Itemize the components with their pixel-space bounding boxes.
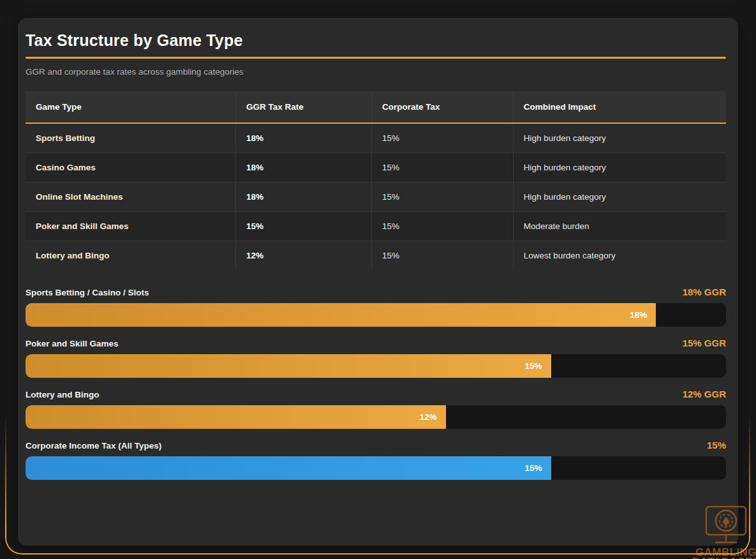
table-row: Lottery and Bingo 12% 15% Lowest burden …: [26, 241, 726, 271]
bar-label-row: Sports Betting / Casino / Slots 18% GGR: [26, 287, 726, 297]
tax-bars-section: Sports Betting / Casino / Slots 18% GGR …: [26, 287, 726, 480]
bar-track: 18%: [26, 303, 726, 327]
table-row: Online Slot Machines 18% 15% High burden…: [26, 183, 726, 212]
title-underline: [26, 57, 726, 59]
gambling-monitor-chip-icon: [701, 505, 751, 548]
tax-structure-card: Tax Structure by Game Type GGR and corpo…: [18, 18, 738, 546]
bar-value-label: 15%: [524, 463, 542, 473]
column-header-corporate-tax: Corporate Tax: [371, 91, 513, 123]
bar-fill: 15%: [26, 354, 551, 378]
bar-label-row: Lottery and Bingo 12% GGR: [26, 389, 726, 399]
cell-corporate-tax: 15%: [371, 183, 513, 212]
column-header-combined-impact: Combined Impact: [513, 91, 726, 123]
bar-track: 15%: [26, 456, 726, 480]
cell-game-type: Lottery and Bingo: [26, 241, 235, 271]
cell-corporate-tax: 15%: [371, 241, 513, 271]
bar-rate-label: 15% GGR: [683, 338, 726, 348]
bar-value-label: 18%: [630, 310, 647, 320]
cell-combined-impact: Moderate burden: [513, 212, 726, 241]
column-header-game-type: Game Type: [26, 91, 235, 123]
bar-category-label: Corporate Income Tax (All Types): [26, 441, 161, 451]
bar-fill: 15%: [26, 456, 551, 480]
cell-ggr-tax-rate: 18%: [235, 123, 371, 153]
bar-rate-label: 12% GGR: [683, 389, 726, 399]
cell-game-type: Poker and Skill Games: [26, 212, 235, 241]
watermark-logo: GAMBLING DATABASES: [687, 505, 756, 559]
column-header-ggr-tax-rate: GGR Tax Rate: [235, 91, 371, 123]
bar-track: 15%: [26, 354, 726, 378]
cell-ggr-tax-rate: 18%: [235, 153, 371, 183]
tax-bar-group: Sports Betting / Casino / Slots 18% GGR …: [26, 287, 726, 327]
cell-ggr-tax-rate: 18%: [235, 183, 371, 212]
cell-corporate-tax: 15%: [371, 153, 513, 183]
tax-rates-table: Game Type GGR Tax Rate Corporate Tax Com…: [26, 91, 726, 270]
bar-track: 12%: [26, 405, 726, 429]
bar-fill: 18%: [26, 303, 656, 327]
table-row: Poker and Skill Games 15% 15% Moderate b…: [26, 212, 726, 241]
cell-game-type: Online Slot Machines: [26, 183, 235, 212]
bar-rate-label: 15%: [707, 440, 726, 451]
bar-category-label: Lottery and Bingo: [26, 390, 100, 399]
cell-combined-impact: Lowest burden category: [513, 241, 726, 271]
tax-bar-group: Lottery and Bingo 12% GGR 12%: [26, 389, 726, 429]
page-subtitle: GGR and corporate tax rates across gambl…: [26, 67, 726, 77]
bar-label-row: Poker and Skill Games 15% GGR: [26, 338, 726, 348]
bar-value-label: 15%: [524, 361, 542, 371]
bar-rate-label: 18% GGR: [683, 287, 726, 297]
cell-corporate-tax: 15%: [371, 123, 513, 153]
table-row: Casino Games 18% 15% High burden categor…: [26, 153, 726, 183]
cell-corporate-tax: 15%: [371, 212, 513, 241]
cell-game-type: Casino Games: [26, 153, 235, 183]
page-title: Tax Structure by Game Type: [26, 31, 726, 50]
bar-value-label: 12%: [420, 412, 437, 422]
cell-game-type: Sports Betting: [26, 123, 235, 153]
cell-combined-impact: High burden category: [513, 183, 726, 212]
cell-ggr-tax-rate: 15%: [235, 212, 371, 241]
tax-bar-group: Poker and Skill Games 15% GGR 15%: [26, 338, 726, 378]
bar-fill: 12%: [26, 405, 446, 429]
cell-combined-impact: High burden category: [513, 153, 726, 183]
table-row: Sports Betting 18% 15% High burden categ…: [26, 123, 726, 153]
table-header-row: Game Type GGR Tax Rate Corporate Tax Com…: [26, 91, 726, 123]
bar-label-row: Corporate Income Tax (All Types) 15%: [26, 440, 726, 451]
tax-bar-group: Corporate Income Tax (All Types) 15% 15%: [26, 440, 726, 480]
bar-category-label: Sports Betting / Casino / Slots: [26, 288, 149, 297]
cell-ggr-tax-rate: 12%: [235, 241, 371, 271]
cell-combined-impact: High burden category: [513, 123, 726, 153]
bar-category-label: Poker and Skill Games: [26, 339, 119, 348]
